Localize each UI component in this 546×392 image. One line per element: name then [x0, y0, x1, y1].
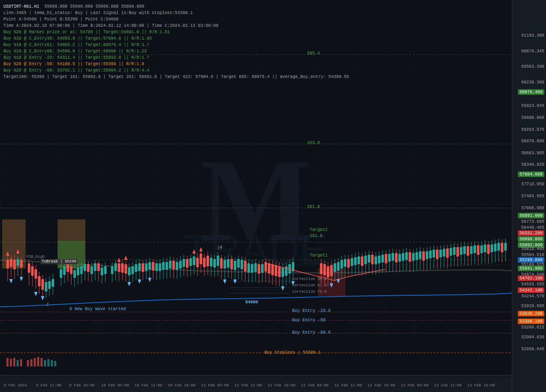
- svg-rect-318: [17, 360, 19, 366]
- svg-rect-316: [10, 359, 12, 366]
- svg-rect-286: [456, 247, 459, 257]
- time-label-5: 10 Feb 19:00: [168, 383, 196, 388]
- price-53299: 53299.615: [521, 325, 544, 330]
- svg-rect-90: [125, 264, 127, 274]
- svg-rect-23: [13, 260, 16, 269]
- svg-rect-139: [200, 254, 202, 264]
- svg-rect-250: [395, 253, 398, 262]
- svg-rect-254: [402, 253, 404, 261]
- svg-rect-196: [285, 266, 288, 276]
- svg-rect-270: [429, 251, 432, 258]
- svg-rect-262: [415, 252, 418, 260]
- time-label-9: 12 Feb 03:00: [301, 383, 329, 388]
- svg-rect-117: [166, 262, 168, 270]
- price-61193: 61193.300: [521, 33, 544, 37]
- price-57984-highlight: 57984.600: [518, 172, 544, 177]
- price-54342-highlight: 54342.100: [518, 287, 544, 293]
- svg-rect-258: [409, 252, 411, 262]
- svg-rect-264: [419, 251, 421, 259]
- svg-rect-272: [433, 250, 435, 257]
- svg-rect-317: [13, 358, 15, 366]
- svg-rect-260: [412, 253, 415, 261]
- svg-rect-220: [344, 259, 346, 267]
- svg-rect-181: [261, 264, 264, 273]
- svg-rect-104: [148, 262, 151, 270]
- svg-rect-328: [54, 361, 56, 366]
- target1-label: Target1: [310, 253, 328, 258]
- svg-rect-240: [378, 256, 380, 263]
- svg-rect-292: [467, 246, 469, 256]
- price-53630-highlight: 53630.200: [518, 311, 544, 317]
- svg-rect-190: [275, 265, 277, 276]
- price-60238: 60238.380: [521, 80, 544, 85]
- svg-rect-324: [41, 358, 43, 366]
- price-55819: 55819.495: [521, 247, 544, 251]
- svg-rect-82: [114, 263, 117, 271]
- svg-rect-302: [484, 245, 486, 252]
- lv-label: LV: [218, 246, 222, 251]
- price-54559: 54559.555: [521, 282, 544, 287]
- svg-rect-288: [460, 247, 462, 255]
- svg-rect-327: [51, 360, 53, 366]
- svg-rect-175: [251, 264, 253, 273]
- svg-rect-266: [422, 251, 425, 261]
- svg-rect-43: [45, 282, 47, 291]
- price-58978: 58978.890: [521, 139, 544, 144]
- svg-rect-308: [494, 244, 497, 251]
- svg-rect-152: [220, 258, 223, 268]
- svg-rect-145: [210, 258, 212, 266]
- svg-rect-173: [247, 263, 250, 273]
- info-line1: Line:3465 | tema_h1_status: Buy | Last S…: [3, 10, 349, 16]
- svg-rect-21: [10, 259, 12, 267]
- info-line6: Buy %10 @ C_Entry61: 54805.2 || Target:6…: [3, 42, 349, 48]
- svg-rect-326: [47, 359, 49, 366]
- svg-rect-69: [90, 266, 93, 274]
- price-54244: 54244.570: [521, 294, 544, 298]
- svg-rect-33: [28, 263, 30, 273]
- time-label-0: 9 Feb 2024: [4, 383, 27, 388]
- svg-rect-154: [224, 260, 226, 268]
- svg-rect-147: [213, 259, 216, 268]
- svg-rect-143: [206, 256, 209, 266]
- svg-rect-149: [217, 256, 219, 266]
- svg-rect-222: [347, 259, 350, 268]
- svg-rect-57: [70, 266, 73, 274]
- info-line2: Point A:54500 | Point B:55299 | Point C:…: [3, 16, 349, 23]
- svg-rect-218: [340, 260, 343, 268]
- time-label-13: 13 Feb 11:00: [434, 383, 462, 388]
- svg-rect-320: [27, 360, 29, 366]
- svg-rect-290: [463, 246, 466, 254]
- svg-rect-121: [172, 261, 175, 269]
- svg-rect-156: [227, 259, 229, 268]
- svg-rect-212: [334, 263, 336, 272]
- svg-rect-310: [497, 243, 500, 251]
- time-label-12: 13 Feb 03:00: [401, 383, 429, 388]
- svg-rect-27: [20, 260, 23, 268]
- svg-rect-115: [162, 262, 165, 270]
- svg-rect-210: [330, 265, 333, 276]
- svg-rect-236: [371, 255, 374, 264]
- price-55299-highlight: 55299.000: [518, 257, 544, 262]
- svg-rect-77: [104, 266, 107, 274]
- chart-container: USDTIRT-Nbi.H1 55099.000 55099.000 55099…: [0, 0, 546, 392]
- price-59608: 59608.860: [521, 115, 544, 120]
- svg-rect-53: [63, 266, 66, 275]
- svg-rect-109: [152, 262, 154, 271]
- svg-rect-19: [6, 260, 9, 268]
- svg-rect-75: [101, 268, 103, 275]
- price-57718: 57718.950: [521, 182, 544, 187]
- svg-rect-39: [38, 276, 41, 286]
- svg-rect-98: [138, 263, 141, 271]
- svg-rect-242: [381, 255, 384, 262]
- info-line9: Buy %20 @ Entry -50: 54100.5 || Target:5…: [3, 61, 349, 67]
- svg-rect-208: [327, 266, 329, 277]
- time-label-10: 12 Feb 11:00: [334, 383, 362, 388]
- svg-rect-96: [135, 264, 137, 272]
- buy-entry-88-label: Buy Entry -88.6: [292, 330, 331, 335]
- svg-rect-111: [155, 263, 158, 271]
- svg-rect-80: [111, 266, 113, 274]
- svg-rect-282: [450, 248, 452, 256]
- svg-rect-123: [176, 262, 178, 270]
- svg-rect-102: [145, 263, 148, 271]
- svg-rect-284: [453, 247, 456, 255]
